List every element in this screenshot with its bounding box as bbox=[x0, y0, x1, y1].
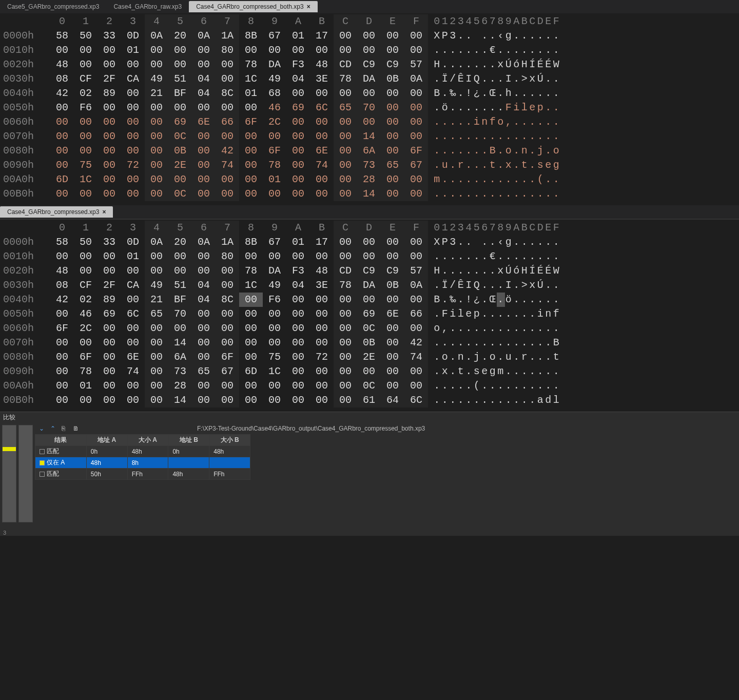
ascii-char[interactable]: . bbox=[449, 115, 457, 129]
hex-byte[interactable]: 00 bbox=[192, 158, 216, 172]
compare-col-header[interactable]: 地址 B bbox=[168, 435, 209, 446]
ascii-char[interactable]: e bbox=[544, 158, 553, 172]
hex-byte[interactable]: 8B bbox=[239, 29, 263, 43]
ascii-char[interactable]: . bbox=[497, 43, 505, 57]
ascii-char[interactable]: . bbox=[513, 364, 521, 379]
ascii-char[interactable]: . bbox=[433, 158, 441, 172]
hex-byte[interactable]: 00 bbox=[357, 115, 381, 129]
hex-byte[interactable]: 00 bbox=[98, 364, 121, 379]
hex-byte[interactable]: 49 bbox=[145, 72, 168, 86]
ascii-char[interactable]: . bbox=[505, 321, 513, 336]
ascii-char[interactable]: . bbox=[465, 101, 473, 115]
hex-byte[interactable]: 6C bbox=[121, 307, 145, 321]
hex-byte[interactable]: 21 bbox=[145, 293, 168, 307]
ascii-char[interactable]: . bbox=[544, 172, 553, 187]
ascii-char[interactable]: . bbox=[457, 101, 465, 115]
minimap-col-b[interactable] bbox=[18, 425, 33, 522]
hex-byte[interactable]: 00 bbox=[98, 336, 121, 350]
ascii-char[interactable]: . bbox=[553, 235, 561, 249]
ascii-char[interactable]: . bbox=[481, 393, 489, 407]
ascii-char[interactable]: . bbox=[529, 144, 537, 158]
hex-byte[interactable]: CF bbox=[74, 72, 98, 86]
ascii-char[interactable]: . bbox=[521, 86, 529, 101]
ascii-char[interactable]: . bbox=[521, 43, 529, 57]
ascii-char[interactable]: . bbox=[473, 57, 481, 72]
hex-byte[interactable]: 00 bbox=[286, 364, 310, 379]
hex-byte[interactable]: 00 bbox=[286, 144, 310, 158]
hex-byte[interactable]: CD bbox=[334, 264, 357, 278]
minimap-col-a[interactable] bbox=[2, 425, 16, 522]
ascii-char[interactable]: . bbox=[457, 393, 465, 407]
ascii-char[interactable]: i bbox=[473, 115, 481, 129]
hex-byte[interactable]: 00 bbox=[404, 379, 428, 393]
ascii-char[interactable]: É bbox=[537, 264, 545, 278]
ascii-char[interactable]: H bbox=[433, 57, 441, 72]
hex-byte[interactable]: C9 bbox=[357, 264, 381, 278]
hex-byte[interactable]: 00 bbox=[334, 307, 357, 321]
hex-row[interactable]: 00A0h6D1C0000000000000001000000280000m..… bbox=[3, 172, 736, 187]
compare-col-header[interactable]: 大小 A bbox=[127, 435, 168, 446]
hex-byte[interactable]: 00 bbox=[145, 187, 168, 201]
hex-byte[interactable]: 00 bbox=[357, 43, 381, 57]
hex-byte[interactable]: 00 bbox=[98, 393, 121, 407]
hex-byte[interactable]: 00 bbox=[192, 307, 216, 321]
ascii-char[interactable]: . bbox=[465, 249, 473, 264]
ascii-char[interactable]: x bbox=[497, 57, 505, 72]
hex-byte[interactable]: 00 bbox=[286, 86, 310, 101]
hex-byte[interactable]: 00 bbox=[404, 43, 428, 57]
ascii-char[interactable]: . bbox=[465, 264, 473, 278]
hex-byte[interactable]: 1C bbox=[239, 278, 263, 293]
hex-byte[interactable]: 00 bbox=[286, 336, 310, 350]
ascii-char[interactable]: d bbox=[544, 393, 553, 407]
hex-byte[interactable]: 00 bbox=[286, 379, 310, 393]
hex-row[interactable]: 00B0h00000000000C00000000000000140000...… bbox=[3, 187, 736, 201]
hex-byte[interactable]: 00 bbox=[50, 101, 74, 115]
ascii-char[interactable]: B bbox=[489, 144, 497, 158]
ascii-char[interactable]: . bbox=[457, 187, 465, 201]
ascii-char[interactable] bbox=[473, 235, 481, 249]
ascii-char[interactable]: ö bbox=[505, 293, 513, 307]
ascii-char[interactable]: g bbox=[553, 158, 561, 172]
hex-byte[interactable]: 67 bbox=[404, 158, 428, 172]
ascii-char[interactable]: . bbox=[544, 278, 553, 293]
ascii-char[interactable]: x bbox=[497, 264, 505, 278]
ascii-char[interactable]: . bbox=[497, 379, 505, 393]
ascii-char[interactable]: p bbox=[473, 307, 481, 321]
ascii-char[interactable]: r bbox=[457, 158, 465, 172]
hex-byte[interactable]: 00 bbox=[381, 350, 404, 364]
hex-byte[interactable]: 00 bbox=[286, 249, 310, 264]
hex-byte[interactable]: 28 bbox=[357, 172, 381, 187]
ascii-char[interactable]: É bbox=[544, 264, 553, 278]
ascii-char[interactable]: . bbox=[505, 249, 513, 264]
ascii-char[interactable]: . bbox=[433, 278, 441, 293]
ascii-char[interactable]: . bbox=[441, 379, 450, 393]
hex-byte[interactable]: C9 bbox=[357, 57, 381, 72]
hex-byte[interactable]: 00 bbox=[404, 187, 428, 201]
hex-byte[interactable]: 00 bbox=[145, 43, 168, 57]
ascii-char[interactable]: . bbox=[441, 249, 450, 264]
hex-byte[interactable]: 00 bbox=[404, 235, 428, 249]
hex-byte[interactable]: 00 bbox=[239, 144, 263, 158]
hex-byte[interactable]: 00 bbox=[121, 101, 145, 115]
close-icon[interactable]: × bbox=[102, 208, 106, 216]
ascii-char[interactable]: X bbox=[433, 235, 441, 249]
ascii-char[interactable]: . bbox=[497, 393, 505, 407]
ascii-char[interactable]: , bbox=[441, 321, 450, 336]
ascii-char[interactable]: . bbox=[497, 307, 505, 321]
ascii-char[interactable]: . bbox=[465, 393, 473, 407]
ascii-char[interactable]: f bbox=[489, 115, 497, 129]
hex-byte[interactable]: 00 bbox=[239, 336, 263, 350]
ascii-char[interactable]: . bbox=[553, 101, 561, 115]
ascii-char[interactable]: x bbox=[505, 158, 513, 172]
hex-byte[interactable]: 00 bbox=[98, 43, 121, 57]
hex-byte[interactable]: 00 bbox=[381, 321, 404, 336]
hex-byte[interactable]: 6C bbox=[310, 101, 334, 115]
hex-byte[interactable]: 65 bbox=[334, 101, 357, 115]
ascii-char[interactable]: . bbox=[521, 307, 529, 321]
hex-byte[interactable]: 0D bbox=[121, 29, 145, 43]
hex-row[interactable]: 0040h4202890021BF048C00F6000000000000B.‰… bbox=[3, 293, 736, 307]
ascii-char[interactable]: 3 bbox=[449, 29, 457, 43]
hex-byte[interactable]: 61 bbox=[357, 393, 381, 407]
hex-byte[interactable]: 00 bbox=[381, 187, 404, 201]
doc-icon[interactable]: 🗎 bbox=[73, 425, 80, 432]
